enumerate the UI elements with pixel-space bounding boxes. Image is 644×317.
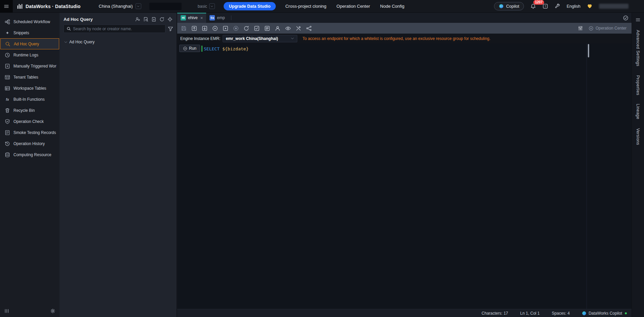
node-search-box[interactable] [64,25,165,33]
sidebar-item-snippets[interactable]: Snippets [0,27,60,38]
copilot-status-label: DataWorks Copilot [589,311,622,316]
sidebar-item-workspace-tables[interactable]: Workspace Tables [0,83,60,94]
menu-cross-project-cloning[interactable]: Cross-project cloning [285,4,326,9]
sidebar-item-scheduled-workflow[interactable]: Scheduled Workflow [0,16,60,27]
notification-badge: 1207 [533,0,544,5]
tab-advanced-settings[interactable]: Advanced Settings [636,30,640,66]
sidebar-item-operation-check[interactable]: Operation Check [0,116,60,127]
copilot-status[interactable]: DataWorks Copilot [582,311,627,316]
settings-gear-icon[interactable] [50,308,55,314]
scheduled-workflow-icon [5,19,10,25]
main-area: Hi ehive × Ss emp [177,13,632,317]
sidebar-item-computing-resource[interactable]: Computing Resource [0,149,60,160]
close-icon[interactable]: × [200,15,203,20]
sidebar-item-label: Tenant Tables [13,75,38,80]
adhoc-query-panel-header: Ad Hoc Query [60,14,177,24]
menu-node-config[interactable]: Node Config [380,4,404,9]
tab-lineage[interactable]: Lineage [636,104,640,119]
redacted-username [599,4,629,9]
run-button[interactable]: Run [179,45,200,52]
sidebar-item-label: Operation Check [13,119,44,124]
run-with-parameters-icon[interactable] [223,26,228,31]
environment-select[interactable]: basic [198,3,215,9]
sidebar-item-tenant-tables[interactable]: Tenant Tables [0,72,60,83]
region-select[interactable]: China (Shanghai) [99,3,141,9]
database-icon [5,152,10,157]
locate-icon[interactable] [167,17,173,22]
reload-icon[interactable] [243,26,249,31]
format-sql-icon[interactable] [296,26,301,31]
owner-icon[interactable] [275,26,280,31]
tab-label: emp [217,15,225,20]
copilot-icon [582,311,586,316]
shield-check-icon [5,119,10,124]
whitelist-warning-text: To access an endpoint for which a whitel… [302,36,490,41]
menu-operation-center[interactable]: Operation Center [337,4,370,9]
chevron-down-icon [291,37,294,40]
sql-editor[interactable]: Run SELECT ${bizdate} [177,43,632,309]
engine-label: Engine Instance EMR: [180,36,220,41]
preview-eye-icon[interactable] [285,26,291,31]
tab-properties[interactable]: Properties [636,75,640,95]
filter-icon[interactable] [168,26,173,32]
sidebar-item-manually-triggered-workflows[interactable]: Manually Triggered Workfl... [0,60,60,72]
tab-ehive[interactable]: Hi ehive × [177,13,206,23]
submit-icon[interactable] [191,26,197,31]
svg-text:?: ? [544,5,546,8]
editor-scrollbar-thumb[interactable] [588,44,589,57]
search-input[interactable] [73,27,162,31]
indentation-setting[interactable]: Spaces: 4 [552,311,570,316]
assign-person-icon[interactable] [135,17,140,22]
notifications-button[interactable]: 1207 [530,3,536,9]
language-select[interactable]: English [567,4,580,9]
run-icon[interactable] [212,26,218,31]
dataworks-datastudio-app: DataWorks · DataStudio China (Shanghai) … [0,0,644,317]
search-document-icon[interactable] [143,17,148,22]
sidebar-item-operation-history[interactable]: Operation History [0,138,60,149]
runtime-log-icon[interactable] [264,26,270,31]
search-icon [67,27,71,31]
tenant-tables-icon [5,75,10,80]
sidebar-item-ad-hoc-query[interactable]: Ad Hoc Query [0,38,59,49]
lineage-graph-icon[interactable] [306,26,312,31]
operation-center-button[interactable]: Operation Center [589,26,627,31]
new-node-icon[interactable] [151,17,156,22]
stop-icon[interactable] [233,26,239,31]
membership-badge-button[interactable] [587,3,593,9]
sidebar-item-label: Smoke Testing Records [13,130,56,135]
deploy-icon[interactable] [202,26,207,31]
sidebar-item-runtime-logs[interactable]: Runtime Logs [0,49,60,60]
collapse-panels-icon[interactable] [4,308,9,314]
settings-sliders-icon[interactable] [578,26,583,31]
sidebar-item-recycle-bin[interactable]: Recycle Bin [0,105,60,116]
left-sidebar: Scheduled Workflow Snippets Ad Hoc Query… [0,13,60,317]
precheck-icon[interactable] [254,26,260,31]
sidebar-item-smoke-testing-records[interactable]: Smoke Testing Records [0,127,60,138]
refresh-icon[interactable] [159,17,164,22]
panel-menu-icon[interactable] [635,17,641,22]
search-icon [5,41,10,47]
sql-keyword: SELECT [204,46,220,51]
main-menu-button[interactable] [0,0,13,13]
tools-button[interactable] [555,3,560,9]
workspace-tables-icon [5,86,10,91]
help-button[interactable]: ? [542,3,548,9]
tab-versions[interactable]: Versions [636,128,640,145]
copilot-button[interactable]: Copilot [494,2,524,10]
sidebar-item-built-in-functions[interactable]: fx Built-In Functions [0,94,60,105]
fx-icon: fx [5,97,10,102]
snippets-icon [5,30,10,36]
operation-center-label: Operation Center [596,26,627,31]
tree-node-adhoc-query[interactable]: Ad Hoc Query [64,40,177,44]
cursor-position[interactable]: Ln 1, Col 1 [520,311,540,316]
copilot-label: Copilot [506,4,519,9]
check-circle-icon[interactable] [623,15,629,21]
tab-emp[interactable]: Ss emp [206,13,228,23]
top-menu: Cross-project cloning Operation Center N… [285,4,404,9]
heart-badge-icon [587,3,593,9]
toolbar-right: Operation Center [578,26,628,31]
save-icon[interactable] [181,26,187,31]
upgrade-data-studio-button[interactable]: Upgrade Data Studio [224,2,276,10]
run-label: Run [189,46,196,51]
engine-instance-select[interactable]: emr_work China(Shanghai) [223,35,297,42]
